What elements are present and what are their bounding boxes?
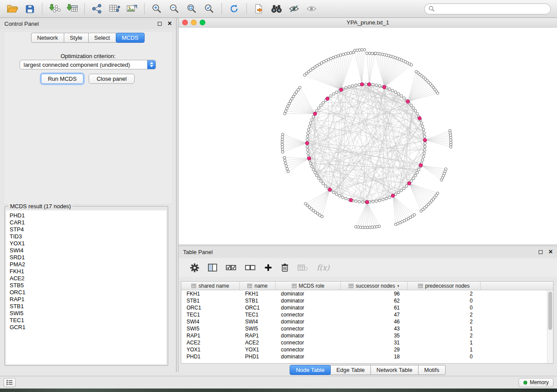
float-panel-icon[interactable] [158,22,162,26]
mcds-result-item[interactable]: FKH1 [10,268,166,275]
search-input[interactable] [437,6,547,12]
tab-edge-table[interactable]: Edge Table [330,365,371,375]
table-scrollbar[interactable] [547,290,553,363]
tab-select[interactable]: Select [88,33,116,43]
node-table-body: FKH1FKH1dominator962STB1STB1dominator620… [181,290,547,363]
tab-motifs[interactable]: Motifs [418,365,446,375]
select-all-button[interactable] [226,264,236,272]
table-cell: TEC1 [240,312,276,318]
zoom-out-button[interactable] [166,1,183,16]
mcds-result-item[interactable]: TID3 [10,233,166,240]
tab-node-table[interactable]: Node Table [290,365,331,375]
mcds-result-item[interactable]: YOX1 [10,240,166,247]
refresh-view-button[interactable] [225,1,243,16]
tab-style[interactable]: Style [64,33,89,43]
memory-button[interactable]: Memory [519,378,554,387]
run-mcds-button[interactable]: Run MCDS [41,74,83,84]
tab-network-table[interactable]: Network Table [370,365,419,375]
mcds-result-item[interactable]: CAR1 [10,219,166,226]
mcds-result-item[interactable]: ACE2 [10,275,166,282]
table-row[interactable]: YOX1YOX1connector291 [181,346,547,353]
main-toolbar [0,0,557,18]
toolbar-separator [221,3,222,14]
open-file-button[interactable] [3,1,21,16]
export-document-button[interactable] [250,1,268,16]
export-network-button[interactable] [88,1,106,16]
memory-status-icon [523,381,527,385]
gear-icon [190,263,199,272]
close-table-panel-icon[interactable]: × [549,248,553,255]
column-header-predecessor-nodes[interactable]: predecessor nodes [408,282,481,290]
mcds-result-item[interactable]: PHD1 [10,212,166,219]
import-network-button[interactable] [46,1,63,16]
search-network-button[interactable] [268,1,285,16]
column-grid-icon [349,284,353,288]
tab-mcds[interactable]: MCDS [116,33,145,43]
table-cell: dominator [276,333,341,339]
mcds-result-item[interactable]: GCR1 [10,324,166,331]
mcds-result-item[interactable]: SRD1 [10,254,166,261]
table-row[interactable]: PHD1PHD1dominator180 [181,353,547,360]
deselect-all-button[interactable] [245,264,256,272]
mcds-result-item[interactable]: SWI4 [10,247,166,254]
close-panel-icon[interactable]: × [168,20,172,27]
toolbar-separator [84,3,85,14]
network-search-box[interactable] [424,3,551,14]
mcds-result-item[interactable]: PMA2 [10,261,166,268]
table-cell: dominator [276,319,341,325]
table-row[interactable]: RAP1RAP1dominator352 [181,332,547,339]
export-image-button[interactable] [123,1,141,16]
table-row[interactable]: FKH1FKH1dominator962 [181,290,547,297]
import-table-button[interactable] [63,1,81,16]
panel-menu-button[interactable] [3,378,16,387]
table-row[interactable]: ORC1ORC1dominator610 [181,304,547,311]
table-row[interactable]: ACE2ACE2connector311 [181,339,547,346]
create-column-button[interactable] [264,264,272,272]
zoom-in-button[interactable] [148,1,166,16]
optimization-criterion-select[interactable]: largest connected component (undirected) [20,60,156,69]
mcds-result-item[interactable]: SWI5 [10,310,166,317]
column-grid-icon [292,284,297,288]
save-session-button[interactable] [21,1,38,16]
show-graphics-details-button[interactable] [303,1,320,16]
mcds-result-item[interactable]: STB5 [10,282,166,289]
mcds-result-item[interactable]: STP4 [10,226,166,233]
table-cell: 47 [341,312,408,318]
table-cell: 0 [408,354,481,360]
mcds-result-item[interactable]: RAP1 [10,296,166,303]
column-header-successor-nodes[interactable]: successor nodes▾ [341,282,408,290]
mcds-result-list[interactable]: PHD1CAR1STP4TID3YOX1SWI4SRD1PMA2FKH1ACE2… [6,210,166,364]
table-settings-button[interactable] [190,263,199,272]
hide-graphics-details-button[interactable] [285,1,303,16]
control-panel: Control Panel × NetworkStyleSelectMCDS O… [0,18,176,372]
network-canvas[interactable] [179,28,557,244]
zoom-selected-button[interactable] [201,1,218,16]
checked-boxes-icon [226,264,236,272]
column-header-MCDS-role[interactable]: MCDS role [276,282,341,290]
tab-network[interactable]: Network [31,33,64,43]
table-panel-title: Table Panel [183,249,213,255]
column-header-name[interactable]: name [240,282,276,290]
table-row[interactable]: TEC1TEC1connector472 [181,311,547,318]
export-table-button[interactable] [106,1,123,16]
mcds-result-item[interactable]: TEC1 [10,317,166,324]
network-graph[interactable] [179,28,557,244]
show-columns-button[interactable] [208,264,217,272]
zoom-fit-button[interactable] [183,1,201,16]
scrollbar-thumb[interactable] [548,292,552,330]
float-table-panel-icon[interactable] [539,250,543,254]
control-panel-tabs: NetworkStyleSelectMCDS [0,33,176,43]
table-cell: 43 [341,326,408,332]
mcds-result-item[interactable]: ORC1 [10,289,166,296]
table-row[interactable]: STB1STB1dominator620 [181,297,547,304]
column-header-shared-name[interactable]: shared name [181,282,240,290]
delete-column-button[interactable] [281,263,289,272]
table-row[interactable]: SWI4SWI4dominator462 [181,318,547,325]
table-row[interactable]: SWI5SWI5connector431 [181,325,547,332]
table-cell: connector [276,347,341,353]
close-panel-button[interactable]: Close panel [89,74,135,84]
node-table: shared namenameMCDS rolesuccessor nodes▾… [181,281,554,364]
table-panel-tabs: Node TableEdge TableNetwork TableMotifs [179,365,557,375]
table-cell: dominator [276,305,341,311]
mcds-result-item[interactable]: STB1 [10,303,166,310]
